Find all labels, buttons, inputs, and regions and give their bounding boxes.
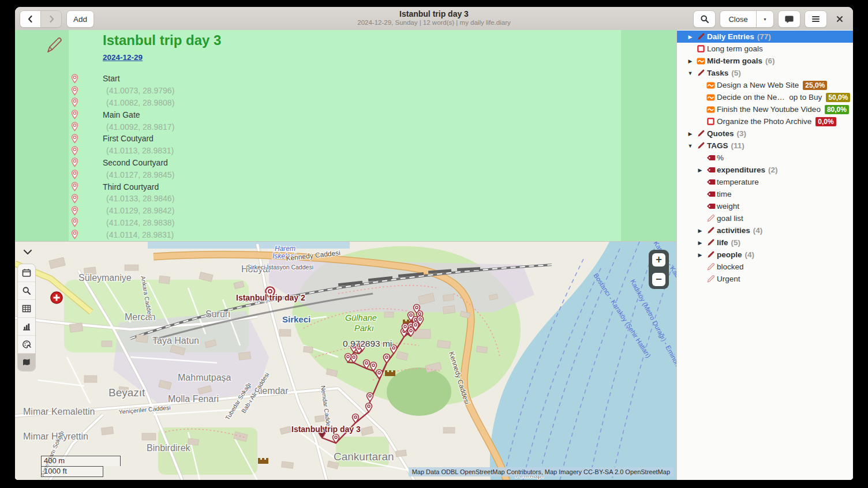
item-count: (4) [753, 226, 763, 235]
sidebar-item-label: Decide on the Ne… op to Buy [717, 93, 822, 102]
entry-location-name: First Coutyard [103, 134, 154, 143]
comment-button[interactable] [778, 10, 800, 28]
completion-badge: 80,0% [825, 105, 849, 114]
sidebar-item-label: TAGS [707, 141, 728, 150]
expander-right-icon[interactable]: ▶ [685, 58, 695, 64]
map-label-0-972893-mi: 0.972893 mi [343, 339, 392, 348]
entry-row: Start [15, 73, 621, 85]
entry-coordinate: (41.0127, 28.9845) [106, 170, 174, 179]
entry-row: Main Gate [15, 108, 621, 121]
entry-editor[interactable]: Istanbul trip day 3 2024-12-29 Start(41.… [15, 30, 676, 241]
location-pin-icon[interactable] [69, 230, 80, 239]
zoom-in-button[interactable]: + [652, 253, 665, 266]
search-button[interactable] [693, 10, 716, 28]
expander-right-icon[interactable]: ▶ [695, 240, 705, 246]
expander-down-icon[interactable]: ▼ [685, 70, 695, 76]
expander-right-icon[interactable]: ▶ [695, 167, 705, 173]
back-button[interactable] [20, 10, 41, 28]
completion-badge: 25,0% [803, 81, 827, 90]
item-count: (6) [765, 57, 775, 65]
location-pin-icon[interactable] [69, 86, 80, 96]
map-label-sururi: Sururi [205, 309, 230, 319]
sidebar-item-label: time [717, 190, 732, 198]
sidebar-item-decide-on-the-ne-op-to-buy[interactable]: Decide on the Ne… op to Buy50,0% [677, 91, 853, 103]
sidebar-item-label: blocked [717, 262, 744, 271]
expander-right-icon[interactable]: ▶ [695, 252, 705, 258]
entry-row: (41.0129, 28.9842) [15, 205, 621, 217]
sidebar-item-label: Long term goals [707, 44, 763, 53]
entry-body: Start(41.0073, 28.9796)(41.0082, 28.9808… [15, 73, 621, 241]
forward-button[interactable] [40, 10, 62, 28]
map-label-harem: Harem [275, 245, 295, 253]
map-panel[interactable]: SüleymaniyeHobyarMercanSururiTaya HatunM… [15, 241, 676, 480]
location-pin-icon[interactable] [69, 122, 80, 132]
add-button[interactable]: Add [66, 10, 94, 28]
sidebar-item-time[interactable]: time [677, 188, 853, 200]
location-pin-icon[interactable] [69, 206, 80, 216]
sidebar-item-mid-term-goals[interactable]: ▶Mid-term goals(6) [677, 55, 853, 67]
location-pin-icon[interactable] [69, 170, 80, 179]
location-pin-icon[interactable] [69, 157, 80, 167]
entry-row: (41.0114, 28.9831) [15, 228, 621, 241]
map-label-istanbul-trip-day-3: Istanbul trip day 3 [291, 425, 361, 434]
sidebar: ▶Daily Entries(77)Long term goals▶Mid-te… [676, 30, 853, 480]
close-entry-button[interactable]: Close [720, 10, 757, 28]
sidebar-item-temperature[interactable]: temperature [677, 176, 853, 188]
sidebar-item-design-a-new-web-site[interactable]: Design a New Web Site25,0% [677, 79, 853, 91]
zoom-out-button[interactable]: − [652, 273, 665, 286]
expander-down-icon[interactable]: ▼ [685, 143, 695, 149]
sidebar-item-goal-list[interactable]: goal list [677, 212, 853, 224]
location-pin-icon[interactable] [69, 217, 80, 227]
expander-right-icon[interactable]: ▶ [685, 34, 695, 40]
search-view-button[interactable] [18, 282, 35, 300]
location-pin-icon[interactable] [69, 110, 80, 119]
map-label-beyaz-t: Beyazıt [108, 386, 145, 399]
location-pin-icon[interactable] [69, 146, 80, 156]
sidebar-item-urgent[interactable]: Urgent [677, 273, 853, 285]
entry-coordinate: (41.0073, 28.9796) [106, 86, 174, 95]
map-collapse-button[interactable] [20, 245, 36, 259]
sidebar-item-%[interactable]: % [677, 152, 853, 164]
sidebar-item-weight[interactable]: weight [677, 200, 853, 212]
sidebar-item-organize-the-photo-archive[interactable]: Organize the Photo Archive0,0% [677, 115, 853, 127]
sidebar-item-blocked[interactable]: blocked [677, 261, 853, 273]
location-pin-icon[interactable] [69, 74, 80, 84]
wave-icon [705, 82, 716, 89]
chart-view-button[interactable] [18, 318, 35, 336]
sidebar-item-activities[interactable]: ▶activities(4) [677, 224, 853, 237]
sidebar-item-label: weight [717, 202, 739, 211]
sidebar-item-quotes[interactable]: ▶Quotes(3) [677, 127, 853, 140]
map-label-taya-hatun: Taya Hatun [152, 336, 199, 346]
map-label-molla-fenari: Molla Fenari [168, 394, 219, 404]
sidebar-item-people[interactable]: ▶people(4) [677, 249, 853, 261]
sidebar-item-tags[interactable]: ▼TAGS(11) [677, 140, 853, 152]
location-pin-icon[interactable] [69, 134, 80, 144]
location-pin-icon[interactable] [69, 182, 80, 192]
expander-right-icon[interactable]: ▶ [695, 228, 705, 234]
close-dropdown-button[interactable]: ▼ [756, 10, 774, 28]
sidebar-item-life[interactable]: ▶life(5) [677, 237, 853, 249]
map-view-button[interactable] [18, 354, 35, 371]
expander-right-icon[interactable]: ▶ [685, 131, 695, 137]
sidebar-item-label: activities [717, 226, 750, 235]
table-view-button[interactable] [18, 300, 35, 318]
theme-view-button[interactable] [18, 336, 35, 354]
menu-button[interactable] [805, 10, 827, 28]
sidebar-item-finish-the-new-youtube-video[interactable]: Finish the New Youtube Video80,0% [677, 103, 853, 115]
location-pin-icon[interactable] [69, 97, 80, 107]
add-location-marker[interactable] [51, 292, 62, 303]
location-pin-icon[interactable] [69, 194, 80, 204]
map-canvas[interactable]: SüleymaniyeHobyarMercanSururiTaya HatunM… [15, 242, 676, 480]
palette-icon [22, 340, 32, 349]
sidebar-item-daily-entries[interactable]: ▶Daily Entries(77) [677, 31, 853, 43]
window-close-button[interactable] [831, 11, 848, 27]
sidebar-item-tasks[interactable]: ▼Tasks(5) [677, 67, 853, 79]
calendar-view-button[interactable] [18, 264, 35, 282]
pencil-icon [705, 238, 716, 247]
sidebar-item-label: Finish the New Youtube Video [717, 105, 821, 114]
sidebar-item-long-term-goals[interactable]: Long term goals [677, 43, 853, 55]
tag-icon [705, 167, 716, 173]
entry-row: Second Courtyard [15, 157, 621, 169]
entry-date-link[interactable]: 2024-12-29 [103, 53, 143, 62]
sidebar-item-expenditures[interactable]: ▶expenditures(2) [677, 164, 853, 176]
